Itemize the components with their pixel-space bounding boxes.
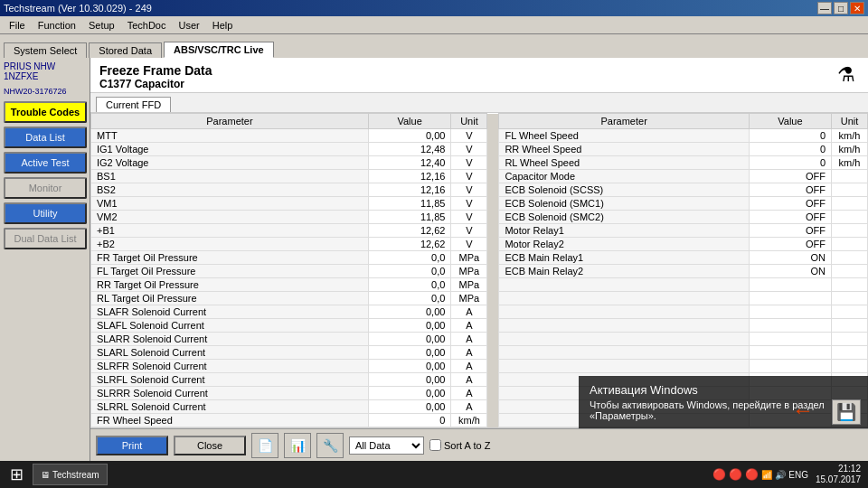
data-filter-select[interactable]: All Data Select Data xyxy=(349,436,424,455)
value-right: OFF xyxy=(749,211,831,224)
table-row: SLAFL Solenoid Current 0,00 A xyxy=(91,319,868,333)
param-left: SLARR Solenoid Current xyxy=(91,333,369,346)
value-left: 0,0 xyxy=(368,278,451,292)
tab-live[interactable]: ABS/VSC/TRC Live xyxy=(164,42,274,58)
active-test-button[interactable]: Active Test xyxy=(4,152,87,174)
unit-right xyxy=(832,211,868,224)
close-button[interactable]: ✕ xyxy=(850,2,864,14)
param-right: ECB Solenoid (SMC1) xyxy=(499,197,750,211)
param-right xyxy=(499,278,750,292)
menu-help[interactable]: Help xyxy=(207,19,239,32)
unit-left: MPa xyxy=(451,278,487,292)
save-icon-button[interactable]: 💾 xyxy=(832,399,861,425)
value-left: 0,00 xyxy=(368,346,451,360)
menu-setup[interactable]: Setup xyxy=(83,19,120,32)
icon-btn-2[interactable]: 📊 xyxy=(284,433,311,458)
data-list-button[interactable]: Data List xyxy=(4,127,87,148)
table-row: SLRFR Solenoid Current 0,00 A xyxy=(91,360,868,373)
col-header-value-left: Value xyxy=(368,114,451,129)
menu-user[interactable]: User xyxy=(173,19,204,32)
value-left: 0,00 xyxy=(368,387,451,400)
unit-right xyxy=(832,224,868,238)
param-left: BS2 xyxy=(91,183,369,197)
unit-left: V xyxy=(451,197,487,211)
table-row: SLARR Solenoid Current 0,00 A xyxy=(91,333,868,346)
value-left: 0 xyxy=(368,414,451,427)
start-button[interactable]: ⊞ xyxy=(4,462,29,487)
unit-right xyxy=(832,319,868,333)
monitor-button: Monitor xyxy=(4,177,87,199)
date-display: 15.07.2017 xyxy=(816,474,861,485)
unit-left: A xyxy=(451,346,487,360)
value-right: ON xyxy=(749,251,831,265)
taskbar-app-item[interactable]: 🖥 Techstream xyxy=(33,464,108,485)
value-left: 0,00 xyxy=(368,400,451,414)
param-left: SLRRR Solenoid Current xyxy=(91,387,369,400)
activation-title: Активация Windows xyxy=(590,383,857,397)
value-left: 12,62 xyxy=(368,238,451,251)
param-left: RL Target Oil Pressure xyxy=(91,292,369,305)
value-right xyxy=(749,278,831,292)
unit-left: A xyxy=(451,400,487,414)
unit-right xyxy=(832,197,868,211)
param-right xyxy=(499,360,750,373)
unit-left: V xyxy=(451,224,487,238)
unit-left: V xyxy=(451,238,487,251)
value-left: 0,0 xyxy=(368,292,451,305)
value-right: OFF xyxy=(749,183,831,197)
tab-system-select[interactable]: System Select xyxy=(4,42,87,58)
table-row: RL Target Oil Pressure 0,0 MPa xyxy=(91,292,868,305)
trouble-codes-button[interactable]: Trouble Codes xyxy=(4,101,87,123)
param-right: ECB Solenoid (SMC2) xyxy=(499,211,750,224)
print-button[interactable]: Print xyxy=(96,436,168,455)
page-title: Freeze Frame Data xyxy=(99,63,212,78)
table-row: MTT 0,00 V FL Wheel Speed 0 km/h xyxy=(91,129,868,143)
table-row: BS2 12,16 V ECB Solenoid (SCSS) OFF xyxy=(91,183,868,197)
unit-right: km/h xyxy=(832,129,868,143)
menu-function[interactable]: Function xyxy=(33,19,81,32)
restore-button[interactable]: □ xyxy=(834,2,848,14)
tab-stored-data[interactable]: Stored Data xyxy=(89,42,162,58)
tray-icon-3: 🔴 xyxy=(745,468,759,481)
minimize-button[interactable]: — xyxy=(817,2,832,14)
tray-network-icon: 📶 xyxy=(761,470,772,480)
param-left: +B1 xyxy=(91,224,369,238)
value-right xyxy=(749,292,831,305)
menu-techdoc[interactable]: TechDoc xyxy=(122,19,172,32)
filter-icon: ⚗ xyxy=(837,63,855,87)
taskbar-app-label: Techstream xyxy=(52,470,99,480)
value-left: 12,16 xyxy=(368,170,451,183)
unit-right: km/h xyxy=(832,156,868,170)
utility-button[interactable]: Utility xyxy=(4,202,87,224)
icon-btn-1[interactable]: 📄 xyxy=(251,433,278,458)
sort-checkbox-area[interactable]: Sort A to Z xyxy=(429,439,490,451)
value-left: 0,00 xyxy=(368,305,451,319)
unit-left: V xyxy=(451,156,487,170)
close-action-button[interactable]: Close xyxy=(174,436,246,455)
content-area: Freeze Frame Data C1377 Capacitor ⚗ Curr… xyxy=(90,58,868,461)
param-left: SLRFL Solenoid Current xyxy=(91,373,369,387)
param-left: FR Wheel Speed xyxy=(91,414,369,427)
unit-right xyxy=(832,292,868,305)
param-left: RR Target Oil Pressure xyxy=(91,278,369,292)
icon-btn-3[interactable]: 🔧 xyxy=(316,433,344,458)
unit-left: A xyxy=(451,373,487,387)
param-right: Motor Relay2 xyxy=(499,238,750,251)
tab-current-ffd[interactable]: Current FFD xyxy=(96,97,171,112)
sort-checkbox[interactable] xyxy=(429,439,441,451)
param-right xyxy=(499,346,750,360)
menu-file[interactable]: File xyxy=(4,19,31,32)
param-left: +B2 xyxy=(91,238,369,251)
activation-arrow-icon: ← xyxy=(792,398,814,423)
table-row: BS1 12,16 V Capacitor Mode OFF xyxy=(91,170,868,183)
value-right: 0 xyxy=(749,143,831,156)
value-left: 0,00 xyxy=(368,373,451,387)
table-row: +B2 12,62 V Motor Relay2 OFF xyxy=(91,238,868,251)
scroll-left-button[interactable]: ◄ xyxy=(90,428,101,429)
value-left: 0,00 xyxy=(368,129,451,143)
col-header-param-left: Parameter xyxy=(91,114,369,129)
taskbar: ⊞ 🖥 Techstream 🔴 🔴 🔴 📶 🔊 ENG 21:12 15.07… xyxy=(0,461,868,488)
param-left: SLAFR Solenoid Current xyxy=(91,305,369,319)
time-display: 21:12 xyxy=(816,464,861,474)
value-right: 0 xyxy=(749,156,831,170)
